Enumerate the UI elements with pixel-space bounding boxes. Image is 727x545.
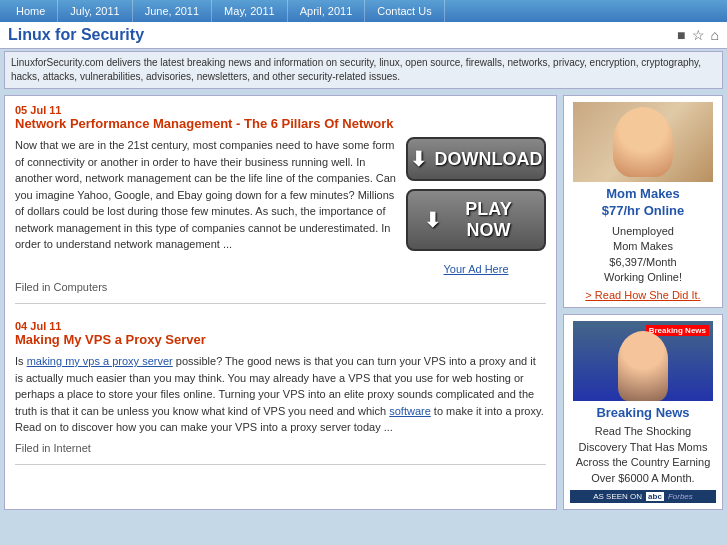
nav-tab-june[interactable]: June, 2011 [133, 0, 212, 22]
article-2: 04 Jul 11 Making My VPS a Proxy Server I… [15, 320, 546, 465]
header-icons: ■ ☆ ⌂ [677, 27, 719, 43]
forbes-logo: Forbes [668, 492, 693, 501]
nav-tab-may[interactable]: May, 2011 [212, 0, 288, 22]
site-description: LinuxforSecurity.com delivers the latest… [4, 51, 723, 89]
main-layout: 05 Jul 11 Network Performance Management… [0, 91, 727, 514]
ad-mom-subtext: UnemployedMom Makes$6,397/MonthWorking O… [570, 224, 716, 286]
breaking-news-title[interactable]: Breaking News [570, 405, 716, 420]
nav-tab-contact[interactable]: Contact Us [365, 0, 444, 22]
play-icon: ⬇ [424, 208, 441, 232]
ad-mom-image [573, 102, 713, 182]
news-anchor-figure [618, 331, 668, 401]
site-header: Linux for Security ■ ☆ ⌂ [0, 22, 727, 49]
article-1-buttons: ⬇ DOWNLOAD ⬇ PLAY NOW Your Ad Here [406, 137, 546, 275]
star-icon[interactable]: ☆ [692, 27, 705, 43]
download-button[interactable]: ⬇ DOWNLOAD [406, 137, 546, 181]
nav-tab-april[interactable]: April, 2011 [288, 0, 366, 22]
content-area: 05 Jul 11 Network Performance Management… [4, 95, 557, 510]
nav-tab-july[interactable]: July, 2011 [58, 0, 132, 22]
article-2-date: 04 Jul 11 Making My VPS a Proxy Server [15, 320, 546, 347]
play-button[interactable]: ⬇ PLAY NOW [406, 189, 546, 251]
article-2-filed: Filed in Internet [15, 442, 546, 454]
ad-mom-link[interactable]: > Read How She Did It. [570, 289, 716, 301]
top-navigation: Home July, 2011 June, 2011 May, 2011 Apr… [0, 0, 727, 22]
article-1-date: 05 Jul 11 Network Performance Management… [15, 104, 546, 131]
sidebar-ad-news: Breaking News Breaking News Read The Sho… [563, 314, 723, 510]
your-ad-here-link[interactable]: Your Ad Here [443, 263, 508, 275]
article-2-title[interactable]: Making My VPS a Proxy Server [15, 332, 546, 347]
article-1: 05 Jul 11 Network Performance Management… [15, 104, 546, 304]
news-image-box: Breaking News [573, 321, 713, 401]
article-1-title[interactable]: Network Performance Management - The 6 P… [15, 116, 546, 131]
article-1-filed: Filed in Computers [15, 281, 546, 293]
sidebar: Mom Makes$77/hr Online UnemployedMom Mak… [563, 95, 723, 510]
site-title: Linux for Security [8, 26, 144, 44]
download-icon: ⬇ [410, 147, 427, 171]
home-icon[interactable]: ⌂ [711, 27, 719, 43]
rss-icon[interactable]: ■ [677, 27, 685, 43]
sidebar-ad-mom: Mom Makes$77/hr Online UnemployedMom Mak… [563, 95, 723, 308]
article-2-body: Is making my vps a proxy server possible… [15, 353, 546, 436]
abc-logo: abc [646, 492, 664, 501]
article-1-body: Now that we are in the 21st century, mos… [15, 137, 396, 253]
breaking-news-body: Read The Shocking Discovery That Has Mom… [570, 424, 716, 486]
as-seen-text: AS SEEN ON [593, 492, 642, 501]
software-link[interactable]: software [389, 405, 431, 417]
nav-tab-home[interactable]: Home [4, 0, 58, 22]
article-1-inner: Now that we are in the 21st century, mos… [15, 137, 546, 275]
as-seen-bar: AS SEEN ON abc Forbes [570, 490, 716, 503]
article-1-text: Now that we are in the 21st century, mos… [15, 137, 396, 275]
ad-mom-headline: Mom Makes$77/hr Online [570, 186, 716, 220]
ad-mom-person [613, 107, 673, 177]
vps-proxy-link[interactable]: making my vps a proxy server [27, 355, 173, 367]
